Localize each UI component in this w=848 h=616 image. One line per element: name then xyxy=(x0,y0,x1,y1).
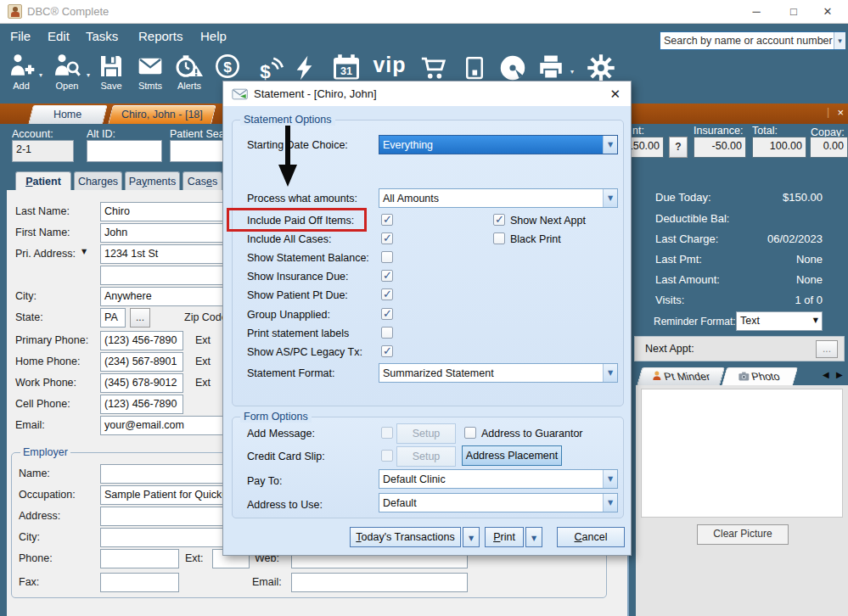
statement-format-label: Statement Format: xyxy=(247,367,335,379)
menu-help[interactable]: Help xyxy=(200,29,227,43)
address-to-use-combobox[interactable]: Default ▼ xyxy=(379,493,618,512)
cancel-button[interactable]: Cancel xyxy=(557,527,625,547)
print-statement-labels-checkbox[interactable] xyxy=(381,327,393,339)
camera-icon xyxy=(738,372,750,381)
save-button[interactable]: Save xyxy=(95,53,127,91)
tab-charges[interactable]: Charges xyxy=(74,171,122,191)
cart-button[interactable] xyxy=(416,53,452,81)
include-paid-off-checkbox[interactable] xyxy=(381,214,393,226)
print-button[interactable]: Print xyxy=(485,527,524,547)
pri-address-dropdown-icon[interactable]: ▼ xyxy=(81,248,87,255)
tab-scroll-right-icon[interactable]: ▶ xyxy=(836,370,843,379)
vip-button[interactable]: vip xyxy=(370,53,409,77)
group-unapplied-checkbox[interactable] xyxy=(381,308,393,320)
chevron-down-icon[interactable]: ▼ xyxy=(813,316,818,324)
tab-photo[interactable]: Photo xyxy=(722,367,798,386)
cell-phone-field[interactable]: (123) 456-7890 xyxy=(100,395,183,414)
primary-phone-field[interactable]: (123) 456-7890 xyxy=(100,331,183,350)
chevron-down-icon[interactable]: ▼ xyxy=(603,189,617,207)
patient-search-combobox[interactable]: Search by name or account number ▾ xyxy=(660,31,845,50)
print-dropdown-caret[interactable]: ▾ xyxy=(570,68,574,76)
open-dropdown-caret[interactable]: ▾ xyxy=(87,71,90,79)
todays-transactions-dropdown[interactable]: ▼ xyxy=(463,527,480,547)
print-dropdown[interactable]: ▼ xyxy=(525,527,542,547)
calendar-button[interactable]: 31 xyxy=(329,53,363,83)
print-toolbar-button[interactable] xyxy=(533,53,569,81)
media-button[interactable] xyxy=(496,53,530,83)
chevron-down-icon[interactable]: ▾ xyxy=(834,32,845,49)
maximize-button[interactable]: □ xyxy=(777,0,811,24)
employer-phone-label: Phone: xyxy=(19,552,53,564)
alerts-button[interactable]: Alerts xyxy=(171,53,207,91)
clear-picture-button[interactable]: Clear Picture xyxy=(697,524,789,545)
reminder-format-combobox[interactable]: Text ▼ xyxy=(736,311,823,331)
chevron-down-icon[interactable]: ▼ xyxy=(603,364,617,382)
statement-options-caption: Statement Options xyxy=(240,114,335,126)
save-icon xyxy=(98,53,125,80)
show-insurance-due-checkbox[interactable] xyxy=(381,270,393,282)
menu-file[interactable]: File xyxy=(10,29,31,43)
employer-fax-field[interactable] xyxy=(100,573,179,592)
mobile-button[interactable] xyxy=(460,53,489,83)
add-button[interactable]: Add xyxy=(5,53,37,91)
print-statement-labels-label: Print statement labels xyxy=(247,328,349,339)
patient-search-label: Patient Sear xyxy=(170,128,228,140)
tab-pt-minder[interactable]: Pt Minder xyxy=(637,367,725,386)
menu-tasks[interactable]: Tasks xyxy=(86,29,118,43)
show-next-appt-label: Show Next Appt xyxy=(510,215,586,227)
menu-reports[interactable]: Reports xyxy=(138,29,183,43)
quick-charge-button[interactable] xyxy=(290,53,323,83)
todays-transactions-button[interactable]: Today's Transactions xyxy=(350,527,461,547)
open-button[interactable]: Open xyxy=(49,53,85,91)
city-label: City: xyxy=(15,290,37,302)
add-message-checkbox[interactable] xyxy=(381,427,393,439)
include-all-cases-checkbox[interactable] xyxy=(381,232,393,244)
total-field: 100.00 xyxy=(752,137,806,158)
settings-button[interactable] xyxy=(584,53,618,83)
process-amounts-combobox[interactable]: All Amounts ▼ xyxy=(379,188,618,208)
tab-cases[interactable]: Cases xyxy=(183,171,222,191)
tab-patient-chiro-john[interactable]: Chiro, John - [18] xyxy=(108,105,216,124)
mobile-device-icon xyxy=(462,53,487,83)
statement-format-combobox[interactable]: Summarized Statement ▼ xyxy=(379,363,618,383)
tab-scroll-left-icon[interactable]: ◀ xyxy=(823,370,829,379)
show-next-appt-checkbox[interactable] xyxy=(493,214,505,226)
wireless-payment-button[interactable]: $ xyxy=(255,53,289,83)
home-phone-field[interactable]: (234) 567-8901 xyxy=(100,352,183,372)
starting-date-combobox[interactable]: Everything ▼ xyxy=(379,135,618,154)
dialog-close-icon[interactable]: ✕ xyxy=(609,87,621,102)
primary-ext-label: Ext xyxy=(195,334,211,346)
alt-id-field[interactable] xyxy=(87,140,162,162)
pay-to-combobox[interactable]: Default Clinic ▼ xyxy=(379,469,618,489)
address-to-guarantor-checkbox[interactable] xyxy=(464,427,476,439)
cell-phone-label: Cell Phone: xyxy=(15,398,70,410)
credit-card-slip-checkbox[interactable] xyxy=(381,450,393,462)
balance-help-button[interactable]: ? xyxy=(669,137,688,158)
chevron-down-icon[interactable]: ▼ xyxy=(603,136,617,154)
state-browse-button[interactable]: ... xyxy=(130,308,150,328)
address-placement-button[interactable]: Address Placement xyxy=(462,445,562,466)
add-dropdown-caret[interactable]: ▾ xyxy=(39,71,42,79)
state-field[interactable]: PA xyxy=(100,308,126,328)
home-ext-label: Ext xyxy=(195,356,211,367)
tab-payments[interactable]: Payments xyxy=(125,171,180,191)
next-appt-browse-button[interactable]: ... xyxy=(816,340,838,358)
chevron-down-icon[interactable]: ▼ xyxy=(603,470,617,488)
show-aspc-legacy-checkbox[interactable] xyxy=(381,345,393,357)
menu-edit[interactable]: Edit xyxy=(48,29,70,43)
show-statement-balance-checkbox[interactable] xyxy=(381,251,393,263)
tab-home[interactable]: Home xyxy=(28,105,107,124)
black-print-checkbox[interactable] xyxy=(493,232,505,244)
show-patient-pt-due-checkbox[interactable] xyxy=(381,288,393,300)
vip-icon: vip xyxy=(370,53,409,77)
minimize-button[interactable]: ─ xyxy=(739,0,773,24)
close-button[interactable]: ✕ xyxy=(811,0,845,24)
show-insurance-due-label: Show Insurance Due: xyxy=(247,271,349,283)
employer-phone-field[interactable] xyxy=(100,549,179,568)
work-phone-field[interactable]: (345) 678-9012 xyxy=(100,373,183,393)
tab-close-icon[interactable]: × xyxy=(837,106,844,119)
tab-patient[interactable]: Patient xyxy=(15,171,71,191)
employer-email-field[interactable] xyxy=(291,573,468,592)
chevron-down-icon[interactable]: ▼ xyxy=(603,494,617,512)
statements-button[interactable]: Stmts xyxy=(132,53,168,91)
